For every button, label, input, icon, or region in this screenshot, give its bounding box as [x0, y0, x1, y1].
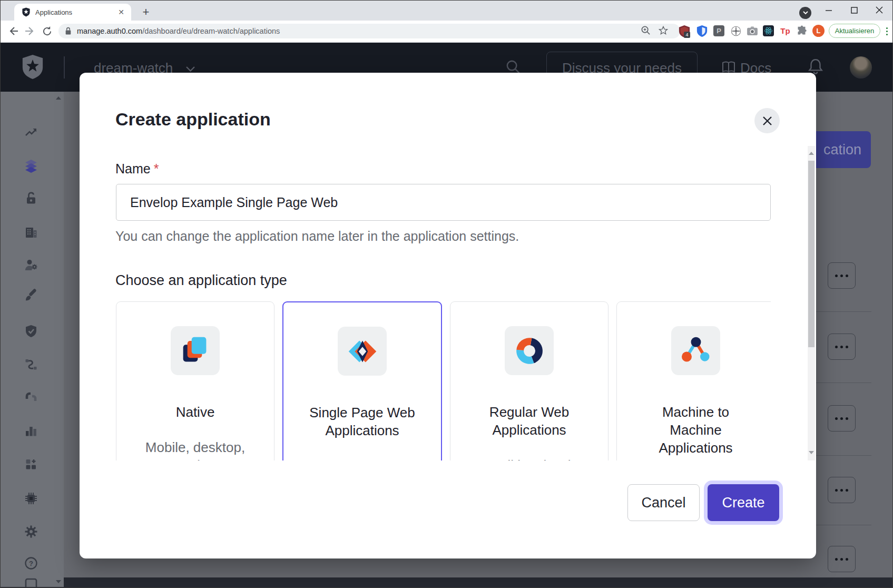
- name-field-label: Name*: [115, 161, 159, 177]
- gear-icon[interactable]: [24, 524, 38, 539]
- url-path: /dashboard/eu/dream-watch/applications: [142, 27, 280, 35]
- row-actions-menu-button[interactable]: [828, 262, 856, 289]
- card-description: A JavaScript: [324, 457, 400, 460]
- auth0-logo-icon: [21, 54, 45, 82]
- tab-title: Applications: [35, 8, 116, 16]
- url-bar[interactable]: manage.auth0.com/dashboard/eu/dream-watc…: [58, 24, 680, 38]
- browser-update-button[interactable]: Aktualisieren: [829, 24, 880, 38]
- url-text: manage.auth0.com/dashboard/eu/dream-watc…: [77, 27, 280, 35]
- donut-segments-icon: [505, 326, 554, 375]
- card-native[interactable]: Native Mobile, desktop, CLI and smart: [116, 301, 274, 460]
- window-close-button[interactable]: [869, 3, 890, 17]
- camera-extension-icon[interactable]: [746, 25, 758, 37]
- header-divider: [64, 56, 65, 79]
- sidebar-scroll-up-icon[interactable]: [56, 96, 61, 100]
- tab-close-icon[interactable]: ✕: [116, 7, 126, 17]
- modal-scroll-down-icon[interactable]: [809, 451, 814, 454]
- blocks-plus-icon[interactable]: [24, 457, 38, 472]
- shield-check-icon[interactable]: [24, 324, 38, 339]
- tab-search-icon[interactable]: [799, 7, 811, 19]
- browser-titlebar: [1, 1, 893, 21]
- card-regular-web[interactable]: Regular Web Applications Traditional web: [450, 301, 609, 460]
- modal-scroll-up-icon[interactable]: [809, 152, 814, 155]
- card-title: Machine to Machine Applications: [659, 403, 732, 457]
- card-single-page-web[interactable]: Single Page Web Applications A JavaScrip…: [282, 301, 442, 460]
- chip-icon[interactable]: [24, 491, 38, 506]
- card-title: Single Page Web Applications: [309, 404, 415, 439]
- modal-scrollbar-thumb[interactable]: [808, 161, 815, 347]
- tampermonkey-extension-icon[interactable]: Tp: [779, 25, 791, 37]
- name-label-text: Name: [115, 161, 151, 176]
- card-description: Mobile, desktop, CLI and smart: [145, 438, 245, 460]
- diamonds-icon: [338, 327, 387, 376]
- flow-icon[interactable]: [24, 357, 38, 371]
- unlock-icon[interactable]: [24, 191, 38, 205]
- card-desc-line: A JavaScript: [324, 457, 400, 460]
- row-divider: [816, 525, 871, 525]
- profile-letter: L: [812, 25, 825, 37]
- screen: Applications ✕ + manage.auth0.com/dashbo…: [0, 0, 893, 588]
- row-divider: [816, 311, 871, 312]
- row-actions-menu-button[interactable]: [828, 334, 856, 360]
- node-graph-icon: [671, 326, 720, 375]
- adblock-extension-icon[interactable]: 4: [678, 25, 690, 37]
- user-avatar[interactable]: [850, 56, 872, 79]
- card-desc-line: Traditional web: [483, 456, 575, 460]
- card-title-line: Native: [176, 403, 215, 421]
- adblock-badge: 4: [684, 32, 690, 38]
- row-actions-menu-button[interactable]: [828, 546, 856, 572]
- paintbrush-icon[interactable]: [24, 288, 38, 303]
- building-icon[interactable]: [24, 225, 38, 240]
- application-name-input[interactable]: [116, 184, 771, 221]
- application-type-heading: Choose an application type: [115, 272, 287, 289]
- window-minimize-button[interactable]: [818, 3, 839, 17]
- modal-close-button[interactable]: [754, 108, 780, 133]
- new-tab-button[interactable]: +: [139, 5, 153, 19]
- create-application-modal: Create application Name* You can change …: [80, 73, 816, 558]
- stacked-screens-icon: [171, 326, 220, 375]
- create-application-button-label: cation: [823, 142, 861, 158]
- layers-icon[interactable]: [24, 159, 38, 173]
- browser-profile-avatar[interactable]: L: [812, 25, 825, 37]
- name-help-text: You can change the application name late…: [115, 229, 519, 244]
- pipeline-icon[interactable]: [24, 389, 38, 404]
- card-title: Native: [176, 403, 215, 421]
- reload-button[interactable]: [40, 24, 54, 38]
- card-desc-line: CLI and smart: [145, 456, 245, 460]
- card-title-line: Machine to: [659, 403, 732, 421]
- react-devtools-extension-icon[interactable]: [762, 25, 774, 37]
- modal-scroll-area: Name* You can change the application nam…: [80, 146, 808, 460]
- trending-chart-icon[interactable]: [24, 125, 38, 140]
- back-button[interactable]: [6, 24, 21, 38]
- browser-tab[interactable]: Applications ✕: [14, 4, 131, 21]
- url-domain: manage.auth0.com: [77, 27, 142, 35]
- bar-chart-icon[interactable]: [24, 423, 38, 438]
- bookmark-star-icon[interactable]: [657, 24, 669, 36]
- user-gear-icon[interactable]: [24, 258, 38, 272]
- card-desc-line: Mobile, desktop,: [145, 438, 245, 456]
- window-maximize-button[interactable]: [843, 3, 865, 17]
- password-manager-extension-icon[interactable]: [696, 25, 708, 37]
- page-bottom-strip: [64, 577, 893, 588]
- browser-menu-icon[interactable]: [882, 24, 891, 38]
- card-machine-to-machine[interactable]: Machine to Machine Applications: [616, 301, 771, 460]
- create-button[interactable]: Create: [708, 484, 779, 521]
- card-title-line: Applications: [489, 421, 569, 439]
- row-divider: [816, 455, 871, 456]
- picker-extension-icon[interactable]: [730, 25, 742, 37]
- sidebar-scroll-down-icon[interactable]: [56, 580, 61, 583]
- cancel-button[interactable]: Cancel: [627, 484, 700, 521]
- card-title: Regular Web Applications: [489, 403, 569, 439]
- row-actions-menu-button[interactable]: [828, 477, 856, 503]
- help-circle-icon[interactable]: ?: [24, 556, 38, 571]
- forward-button[interactable]: [23, 24, 37, 38]
- card-title-line: Single Page Web: [309, 404, 415, 422]
- required-asterisk: *: [154, 161, 159, 176]
- zoom-page-icon[interactable]: [640, 24, 652, 36]
- card-title-line: Machine: [659, 421, 732, 439]
- extensions-puzzle-icon[interactable]: [796, 25, 808, 37]
- p-extension-icon[interactable]: P: [713, 25, 725, 37]
- row-actions-menu-button[interactable]: [828, 405, 856, 432]
- row-divider: [816, 383, 871, 383]
- auth0-favicon-icon: [22, 7, 31, 17]
